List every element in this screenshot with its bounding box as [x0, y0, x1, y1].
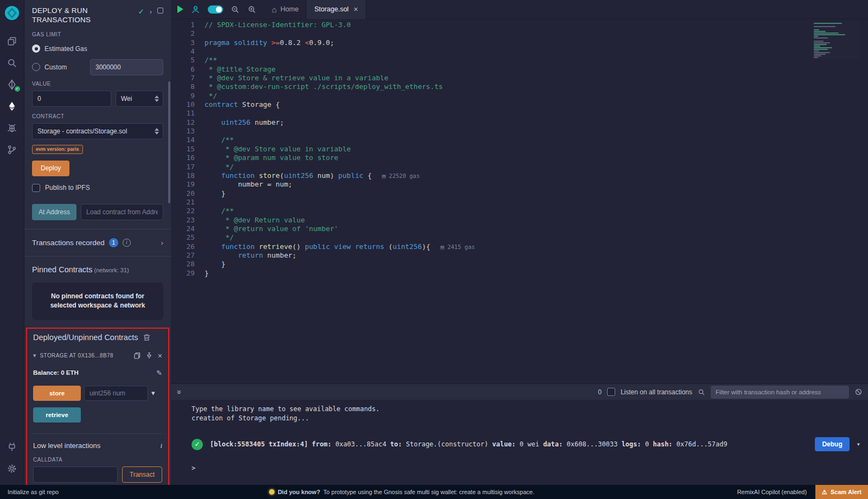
warning-icon: ⚠: [822, 489, 827, 496]
panel-scrollbar[interactable]: [168, 81, 170, 203]
terminal-log: Type the library name to see available c…: [192, 405, 868, 423]
transaction-row[interactable]: ✓ [block:5583405 txIndex:4] from: 0xa03.…: [192, 437, 868, 451]
trash-icon[interactable]: [143, 334, 150, 341]
copilot-status[interactable]: RemixAI Copilot (enabled): [737, 489, 807, 495]
panel-chevron-icon[interactable]: ›: [150, 8, 152, 16]
transactions-recorded-label: Transactions recorded: [32, 239, 105, 247]
copilot-toggle[interactable]: [208, 5, 223, 14]
select-arrows-icon: [155, 95, 159, 102]
terminal[interactable]: Type the library name to see available c…: [171, 400, 868, 485]
gas-limit-label: GAS LIMIT: [32, 31, 163, 37]
contract-collapse-icon[interactable]: ▾: [33, 352, 36, 359]
status-bar: Initialize as git repo Did you know? To …: [0, 485, 868, 499]
editor-gutter: 1234567891011121314151617181920212223242…: [171, 21, 205, 383]
tx-success-icon: ✓: [192, 439, 203, 450]
publish-ipfs-label: Publish to IPFS: [45, 184, 90, 191]
terminal-prompt[interactable]: >: [192, 464, 868, 472]
retrieve-function-button[interactable]: retrieve: [33, 407, 81, 423]
terminal-search-icon: [698, 388, 705, 396]
contract-select[interactable]: Storage - contracts/Storage.sol: [32, 123, 163, 139]
code-editor[interactable]: 1234567891011121314151617181920212223242…: [171, 19, 868, 383]
at-address-button[interactable]: At Address: [32, 204, 76, 220]
terminal-count: 0: [598, 388, 602, 396]
low-level-info-icon[interactable]: i: [160, 442, 162, 450]
git-icon[interactable]: [0, 139, 24, 161]
env-ok-icon: ✓: [138, 8, 144, 16]
search-icon[interactable]: [0, 52, 24, 74]
deployed-contract-name: STORAGE AT 0X136...8B78: [40, 353, 113, 359]
tip-bulb-icon: [269, 489, 275, 495]
custom-gas-label: Custom: [44, 63, 67, 71]
debugger-icon[interactable]: [0, 117, 24, 139]
deploy-run-panel: DEPLOY & RUN TRANSACTIONS ✓ › GAS LIMIT …: [24, 0, 171, 485]
tx-expand-icon[interactable]: ▾: [857, 440, 860, 448]
evm-version-badge: evm version: paris: [32, 145, 83, 154]
pin-icon[interactable]: [146, 352, 152, 359]
editor-tabbar: ⌂ Home Storage.sol ×: [171, 0, 868, 19]
calldata-input[interactable]: [33, 466, 118, 483]
plugin-manager-icon[interactable]: [0, 436, 24, 458]
contract-label: CONTRACT: [32, 113, 163, 119]
expand-args-icon[interactable]: ▾: [151, 389, 155, 397]
zoom-out-icon[interactable]: [231, 5, 240, 14]
tip-text: To prototype using the Gnosis safe multi…: [323, 489, 534, 495]
at-address-input[interactable]: [81, 204, 163, 220]
clear-console-icon[interactable]: [854, 388, 863, 396]
solidity-compiler-icon[interactable]: ✓: [0, 74, 24, 95]
deploy-run-icon[interactable]: [0, 95, 24, 117]
settings-gear-icon[interactable]: [0, 458, 24, 479]
deployed-contracts-title: Deployed/Unpinned Contracts: [33, 333, 138, 342]
compile-success-badge: ✓: [15, 86, 20, 92]
code-lines[interactable]: // SPDX-License-Identifier: GPL-3.0 prag…: [205, 21, 868, 383]
transactions-expand-icon[interactable]: ›: [161, 239, 164, 247]
transact-button[interactable]: Transact: [122, 466, 162, 483]
estimated-gas-label: Estimated Gas: [44, 45, 87, 53]
terminal-filter-input[interactable]: [711, 386, 849, 399]
remix-logo-icon[interactable]: [3, 4, 21, 22]
tx-text: [block:5583405 txIndex:4] from: 0xa03...…: [210, 440, 808, 448]
value-label: VALUE: [32, 81, 163, 87]
pinned-contracts-title: Pinned Contracts: [32, 265, 92, 274]
value-input[interactable]: [32, 91, 111, 107]
app-window: ✓ DEPLOY & RUN TRANSACTIONS ✓ › GAS: [0, 0, 868, 485]
info-icon[interactable]: i: [123, 239, 131, 247]
listen-all-checkbox[interactable]: [607, 388, 615, 396]
copilot-user-icon[interactable]: [191, 5, 200, 14]
pin-panel-icon[interactable]: [157, 8, 163, 14]
expand-terminal-icon[interactable]: »: [175, 390, 184, 394]
copy-icon[interactable]: [134, 352, 141, 359]
low-level-label: Low level interactions: [33, 442, 100, 450]
close-tab-icon[interactable]: ×: [354, 5, 358, 14]
tip-label: Did you know?: [278, 489, 320, 495]
remove-contract-icon[interactable]: ×: [158, 351, 162, 360]
select-arrows-icon: [155, 128, 159, 135]
panel-title: DEPLOY & RUN TRANSACTIONS: [32, 7, 130, 25]
tab-home[interactable]: ⌂ Home: [264, 0, 306, 19]
icon-rail: ✓: [0, 0, 24, 485]
custom-gas-radio[interactable]: [32, 63, 40, 71]
terminal-toolbar: » 0 Listen on all transactions: [171, 383, 868, 400]
calldata-label: CALLDATA: [33, 457, 162, 463]
file-explorer-icon[interactable]: [0, 30, 24, 52]
zoom-in-icon[interactable]: [247, 5, 257, 14]
scam-alert-badge[interactable]: ⚠ Scam Alert: [815, 485, 868, 499]
store-function-button[interactable]: store: [33, 386, 81, 401]
deploy-button[interactable]: Deploy: [32, 161, 69, 176]
tab-storage-sol[interactable]: Storage.sol ×: [306, 0, 366, 19]
debug-button[interactable]: Debug: [815, 437, 849, 451]
home-icon: ⌂: [272, 5, 277, 14]
store-arg-input[interactable]: [84, 386, 148, 401]
transactions-count-badge: 1: [109, 238, 118, 247]
minimap[interactable]: [813, 22, 860, 59]
listen-all-label: Listen on all transactions: [621, 388, 692, 396]
annotation-red-box: Deployed/Unpinned Contracts ▾ STORAGE AT…: [26, 328, 169, 485]
estimated-gas-radio[interactable]: [32, 44, 40, 53]
edit-balance-icon[interactable]: ✎: [156, 369, 162, 377]
pinned-network-label: (network: 31): [94, 267, 129, 273]
publish-ipfs-checkbox[interactable]: [32, 184, 40, 192]
contract-balance: Balance: 0 ETH: [33, 369, 79, 376]
git-init-status[interactable]: Initialize as git repo: [0, 489, 66, 495]
value-unit-select[interactable]: Wei: [116, 91, 163, 107]
run-script-icon[interactable]: [177, 5, 183, 13]
custom-gas-input[interactable]: [90, 59, 163, 75]
